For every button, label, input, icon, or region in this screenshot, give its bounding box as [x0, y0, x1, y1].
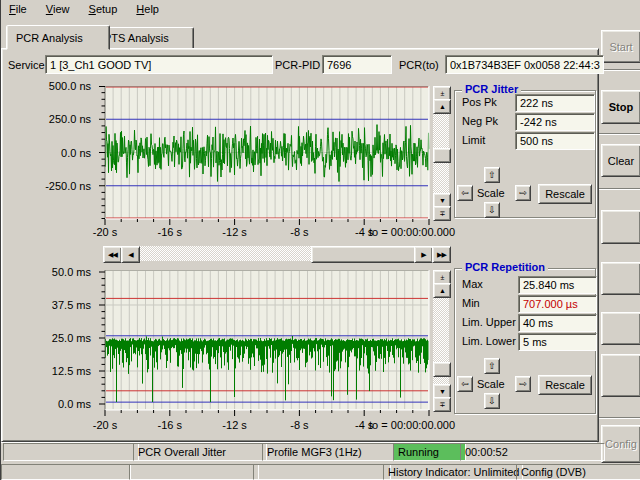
- repetition-x-axis-labels: -20 s-16 s-12 s-8 s-4 sto = 00:00:00.000: [97, 419, 455, 433]
- x-end-time-label: to = 00:00:00.000: [369, 226, 455, 238]
- pcr-pid-label: PCR-PID: [275, 59, 320, 71]
- neg-pk-field[interactable]: -242 ns: [515, 113, 595, 131]
- tab-pcr-analysis-label: PCR Analysis: [16, 32, 83, 44]
- jitter-vscrollbar[interactable]: ± ▲ ▼ ∓: [433, 86, 449, 219]
- status-history-text: History Indicator: Unlimited: [388, 466, 519, 478]
- repetition-vscrollbar[interactable]: ± ▲ ▼ ∓: [433, 270, 449, 410]
- repetition-y-axis-labels: 50.0 ms37.5 ms25.0 ms12.5 ms0.0 ms: [1, 270, 93, 415]
- scale-down-icon[interactable]: ⇩: [484, 202, 500, 218]
- y-tick-label: 12.5 ms: [52, 365, 91, 377]
- divider: [599, 188, 640, 190]
- status-history-panel: History Indicator: Unlimited: [383, 464, 523, 480]
- hscroll-thumb[interactable]: [311, 246, 417, 263]
- service-value: 1 [3_Ch1 GOOD TV]: [50, 59, 151, 71]
- scale-up-icon[interactable]: ⇧: [484, 358, 500, 374]
- y-tick-label: 50.0 ms: [52, 266, 91, 278]
- lim-lower-field[interactable]: 5 ms: [518, 333, 597, 351]
- vscroll-thumb[interactable]: [433, 362, 451, 377]
- x-tick-label: -8 s: [279, 419, 319, 431]
- scroll-left-icon[interactable]: ◀: [121, 246, 140, 263]
- x-tick-label: -20 s: [85, 226, 125, 238]
- y-tick-label: 250.0 ns: [49, 113, 91, 125]
- jitter-y-axis-labels: 500.0 ns250.0 ns0.0 ns-250.0 ns: [1, 86, 93, 226]
- status-running-badge: Running: [393, 443, 466, 461]
- divider: [599, 69, 640, 71]
- scale-right-icon[interactable]: ⇨: [515, 376, 531, 392]
- service-label: Service: [8, 59, 45, 71]
- status-elapsed-panel: 00:00:52: [460, 443, 605, 461]
- scroll-bottom-icon[interactable]: ∓: [433, 206, 451, 221]
- blank-button[interactable]: [601, 210, 640, 244]
- lim-upper-value: 40 ms: [523, 317, 553, 329]
- pcr-to-value: 0x1B734B3EF 0x0058 22:44:3: [450, 59, 600, 71]
- tab-pcr-analysis[interactable]: PCR Analysis: [6, 25, 110, 50]
- max-value: 25.840 ms: [523, 279, 574, 291]
- pcr-jitter-plot: [97, 86, 433, 228]
- x-tick-label: -8 s: [279, 226, 319, 238]
- menu-setup[interactable]: Setup: [81, 0, 126, 19]
- x-end-time-label: to = 00:00:00.000: [369, 419, 455, 431]
- lim-upper-field[interactable]: 40 ms: [518, 314, 597, 332]
- scroll-left-end-icon[interactable]: ◀◀: [103, 246, 122, 263]
- pcr-pid-value: 7696: [327, 59, 351, 71]
- neg-pk-label: Neg Pk: [462, 115, 498, 127]
- max-field[interactable]: 25.840 ms: [518, 276, 597, 294]
- config-button[interactable]: Config: [601, 425, 640, 463]
- max-label: Max: [462, 278, 483, 290]
- status-config-panel: Config (DVB): [516, 464, 640, 480]
- pcr-pid-field[interactable]: 7696: [322, 55, 392, 74]
- lim-lower-value: 5 ms: [523, 336, 547, 348]
- x-tick-label: -20 s: [85, 419, 125, 431]
- x-tick-label: -16 s: [150, 226, 190, 238]
- limit-field[interactable]: 500 ns: [515, 132, 595, 150]
- scroll-up-icon[interactable]: ▲: [433, 99, 451, 114]
- scroll-up-icon[interactable]: ▲: [433, 283, 451, 298]
- min-field[interactable]: 707.000 µs: [518, 295, 597, 313]
- repetition-rescale-button[interactable]: Rescale: [538, 375, 592, 395]
- jitter-x-axis-labels: -20 s-16 s-12 s-8 s-4 sto = 00:00:00.000: [97, 226, 455, 240]
- status-mode-text: PCR Overall Jitter: [138, 446, 226, 458]
- y-tick-label: 500.0 ns: [49, 80, 91, 92]
- service-field[interactable]: 1 [3_Ch1 GOOD TV]: [45, 55, 273, 74]
- start-button[interactable]: Start: [601, 30, 640, 63]
- scale-right-icon[interactable]: ⇨: [515, 185, 531, 201]
- y-tick-label: 25.0 ms: [52, 332, 91, 344]
- time-hscrollbar[interactable]: ◀◀ ◀ ▶ ▶▶: [103, 246, 451, 261]
- pcr-jitter-panel: PCR Jitter Pos Pk 222 ns Neg Pk -242 ns …: [454, 90, 596, 218]
- scroll-right-end-icon[interactable]: ▶▶: [432, 246, 451, 263]
- jitter-rescale-button[interactable]: Rescale: [538, 184, 592, 204]
- vscroll-thumb[interactable]: [433, 148, 451, 163]
- menu-view[interactable]: View: [38, 0, 78, 19]
- x-tick-label: -16 s: [150, 419, 190, 431]
- scale-left-icon[interactable]: ⇦: [457, 376, 473, 392]
- pcr-to-label: PCR(to): [399, 59, 439, 71]
- scroll-right-icon[interactable]: ▶: [414, 246, 433, 263]
- pos-pk-field[interactable]: 222 ns: [515, 94, 595, 112]
- stop-button[interactable]: Stop: [601, 90, 640, 124]
- y-tick-label: 0.0 ms: [58, 398, 91, 410]
- scale-left-icon[interactable]: ⇦: [457, 185, 473, 201]
- pos-pk-label: Pos Pk: [462, 96, 497, 108]
- menu-file[interactable]: File: [1, 0, 35, 19]
- scroll-bottom-icon[interactable]: ∓: [433, 397, 451, 412]
- clear-button[interactable]: Clear: [601, 144, 640, 177]
- status-profile-panel: Profile MGF3 (1Hz): [262, 443, 397, 461]
- pcr-analyzer-window: File View Setup Help PCR Analysis PTS An…: [0, 0, 640, 480]
- lim-lower-label: Lim. Lower: [462, 335, 516, 347]
- status-elapsed-text: 00:00:52: [465, 446, 508, 458]
- blank-button[interactable]: [601, 354, 640, 397]
- blank-button[interactable]: [601, 312, 640, 345]
- status-state-text: Running: [398, 446, 439, 458]
- scale-up-icon[interactable]: ⇧: [484, 167, 500, 183]
- status2-empty-panel: [253, 464, 391, 480]
- menu-help[interactable]: Help: [128, 0, 167, 19]
- pcr-to-field[interactable]: 0x1B734B3EF 0x0058 22:44:3: [445, 55, 604, 74]
- y-tick-label: 0.0 ns: [61, 147, 91, 159]
- status-profile-text: Profile MGF3 (1Hz): [267, 446, 362, 458]
- blank-button[interactable]: [601, 262, 640, 295]
- y-tick-label: 37.5 ms: [52, 299, 91, 311]
- scale-down-icon[interactable]: ⇩: [484, 393, 500, 409]
- status-config-text: Config (DVB): [521, 466, 586, 478]
- limit-label: Limit: [462, 134, 485, 146]
- status2-empty-panel: [1, 464, 131, 480]
